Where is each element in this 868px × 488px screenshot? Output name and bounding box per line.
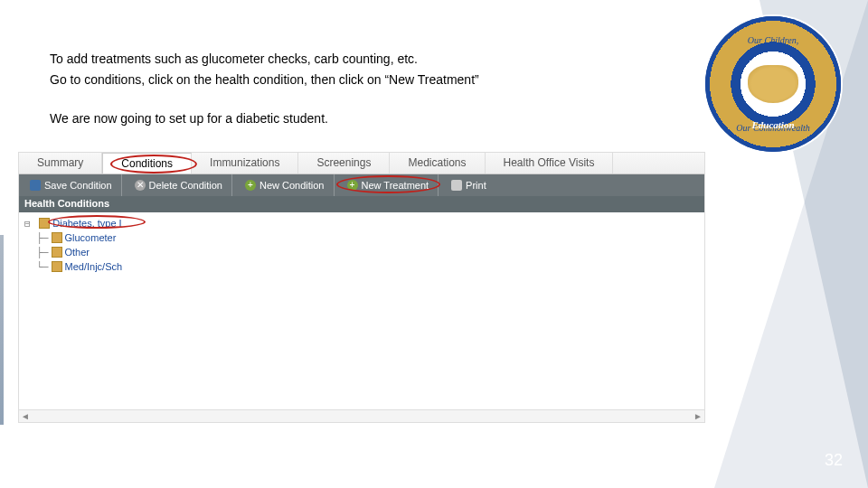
page-number: 32 — [825, 451, 843, 470]
health-conditions-heading: Health Conditions — [19, 196, 704, 212]
tab-bar: Summary Conditions Immunizations Screeni… — [19, 153, 704, 174]
tab-label: Immunizations — [210, 156, 279, 169]
delete-icon: ✕ — [135, 180, 146, 191]
tree-connector: ⊟ — [24, 218, 36, 230]
item-icon — [52, 232, 62, 243]
tree-child-glucometer[interactable]: ├─ Glucometer — [24, 230, 699, 245]
seal-dept-bottom: Education — [751, 119, 794, 130]
intro-line1: To add treatments such as glucometer che… — [50, 50, 705, 69]
save-condition-button[interactable]: Save Condition — [21, 174, 122, 196]
tab-label: Medications — [408, 156, 466, 169]
scroll-right-arrow-icon[interactable]: ► — [693, 411, 703, 421]
button-label: New Condition — [259, 180, 325, 191]
tab-conditions[interactable]: Conditions — [102, 153, 192, 174]
conditions-tree: ⊟ Diabetes, type I ├─ Glucometer ├─ Othe… — [19, 212, 704, 277]
item-icon — [52, 261, 62, 272]
button-label: Delete Condition — [149, 180, 222, 191]
new-condition-button[interactable]: + New Condition — [236, 174, 335, 196]
intro-line2: Go to conditions, click on the health co… — [50, 70, 705, 89]
tree-root-diabetes[interactable]: ⊟ Diabetes, type I — [24, 216, 699, 230]
action-toolbar: Save Condition ✕ Delete Condition + New … — [19, 174, 704, 196]
tab-label: Summary — [37, 156, 83, 169]
intro-note: We are now going to set up for a diabeti… — [50, 109, 705, 128]
seal-label-top: Our Children, — [748, 35, 798, 45]
tree-label: Other — [65, 247, 90, 258]
tab-immunizations[interactable]: Immunizations — [192, 153, 298, 174]
callout-circle-diabetes — [48, 215, 146, 229]
tree-connector: └─ — [24, 261, 49, 273]
seal-state-shape — [748, 65, 798, 103]
intro-block: To add treatments such as glucometer che… — [50, 50, 705, 130]
tab-label: Screenings — [316, 156, 371, 169]
tree-connector: ├─ — [24, 247, 49, 258]
tab-screenings[interactable]: Screenings — [298, 153, 390, 174]
tab-health-office-visits[interactable]: Health Office Visits — [486, 153, 614, 174]
save-icon — [30, 180, 41, 191]
delete-condition-button[interactable]: ✕ Delete Condition — [126, 174, 232, 196]
horizontal-scrollbar[interactable]: ◄ ► — [19, 409, 704, 422]
tree-label: Glucometer — [65, 232, 117, 243]
tree-label: Med/Injc/Sch — [65, 261, 123, 272]
button-label: Print — [466, 180, 486, 191]
kde-seal: Our Children, Our Commonwealth Education — [705, 16, 841, 152]
callout-circle-new-treatment — [336, 175, 440, 193]
new-treatment-button[interactable]: + New Treatment — [338, 174, 439, 196]
print-button[interactable]: Print — [442, 174, 495, 196]
screenshot-panel: Summary Conditions Immunizations Screeni… — [18, 152, 705, 423]
tree-connector: ├─ — [24, 232, 49, 244]
decor-left-stripe — [0, 235, 4, 425]
tree-child-medinjsch[interactable]: └─ Med/Injc/Sch — [24, 259, 699, 274]
scroll-left-arrow-icon[interactable]: ◄ — [21, 411, 30, 421]
button-label: Save Condition — [44, 180, 112, 191]
tab-label: Health Office Visits — [504, 156, 595, 169]
tree-child-other[interactable]: ├─ Other — [24, 245, 699, 259]
tab-summary[interactable]: Summary — [19, 153, 102, 174]
print-icon — [451, 180, 462, 191]
tab-medications[interactable]: Medications — [390, 153, 485, 174]
item-icon — [52, 247, 62, 258]
plus-icon: + — [245, 180, 256, 191]
tab-label: Conditions — [121, 157, 173, 170]
